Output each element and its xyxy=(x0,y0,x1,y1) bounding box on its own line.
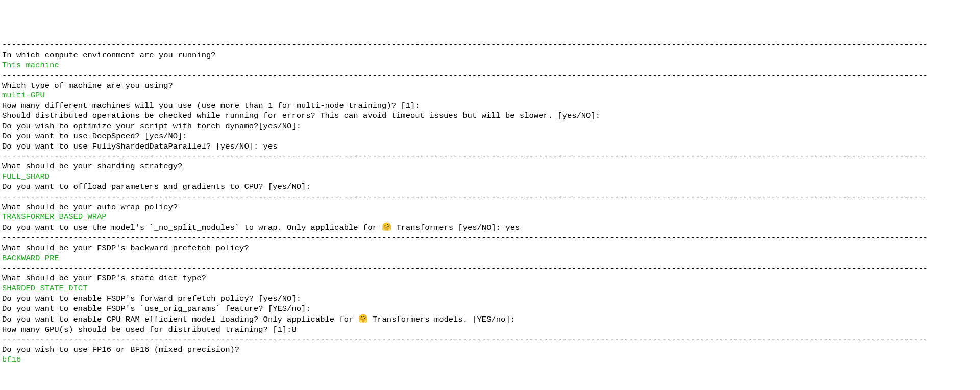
prompt-line: In which compute environment are you run… xyxy=(2,51,978,61)
separator-line: ----------------------------------------… xyxy=(2,335,978,345)
hugging-face-icon: 🤗 xyxy=(382,223,391,232)
prompt-line: Do you want to enable FSDP's `use_orig_p… xyxy=(2,304,978,314)
prompt-text-pre: Do you want to enable CPU RAM efficient … xyxy=(2,315,358,324)
answer-line: This machine xyxy=(2,61,978,71)
separator-line: ----------------------------------------… xyxy=(2,40,978,51)
prompt-line: How many GPU(s) should be used for distr… xyxy=(2,325,978,335)
prompt-line: Do you want to use FullyShardedDataParal… xyxy=(2,142,978,152)
answer-line: SHARDED_STATE_DICT xyxy=(2,284,978,294)
separator-line: ----------------------------------------… xyxy=(2,264,978,274)
prompt-line: Do you want to use DeepSpeed? [yes/NO]: xyxy=(2,132,978,142)
separator-line: ----------------------------------------… xyxy=(2,71,978,81)
prompt-line: Do you wish to optimize your script with… xyxy=(2,121,978,132)
prompt-text-pre: Do you want to use the model's `_no_spli… xyxy=(2,223,382,232)
prompt-line: Do you want to enable CPU RAM efficient … xyxy=(2,314,978,325)
prompt-line: Do you want to offload parameters and gr… xyxy=(2,182,978,192)
prompt-line: Do you want to enable FSDP's forward pre… xyxy=(2,294,978,304)
answer-line: multi-GPU xyxy=(2,91,978,101)
separator-line: ----------------------------------------… xyxy=(2,233,978,243)
answer-line: TRANSFORMER_BASED_WRAP xyxy=(2,212,978,223)
separator-line: ----------------------------------------… xyxy=(2,152,978,162)
prompt-text-post: Transformers models. [YES/no]: xyxy=(368,315,515,324)
prompt-line: Do you wish to use FP16 or BF16 (mixed p… xyxy=(2,345,978,355)
prompt-line: Should distributed operations be checked… xyxy=(2,111,978,121)
terminal-output: ----------------------------------------… xyxy=(0,40,980,365)
prompt-line: What should be your sharding strategy? xyxy=(2,162,978,172)
separator-line: ----------------------------------------… xyxy=(2,192,978,203)
prompt-text-post: Transformers [yes/NO]: yes xyxy=(391,223,520,232)
answer-line: bf16 xyxy=(2,355,978,365)
prompt-line: What should be your auto wrap policy? xyxy=(2,203,978,213)
prompt-line: What should be your FSDP's state dict ty… xyxy=(2,274,978,284)
answer-line: BACKWARD_PRE xyxy=(2,254,978,264)
prompt-line: Which type of machine are you using? xyxy=(2,81,978,91)
prompt-line: Do you want to use the model's `_no_spli… xyxy=(2,223,978,233)
answer-line: FULL_SHARD xyxy=(2,172,978,182)
prompt-line: What should be your FSDP's backward pref… xyxy=(2,243,978,254)
hugging-face-icon: 🤗 xyxy=(358,314,368,324)
prompt-line: How many different machines will you use… xyxy=(2,101,978,111)
